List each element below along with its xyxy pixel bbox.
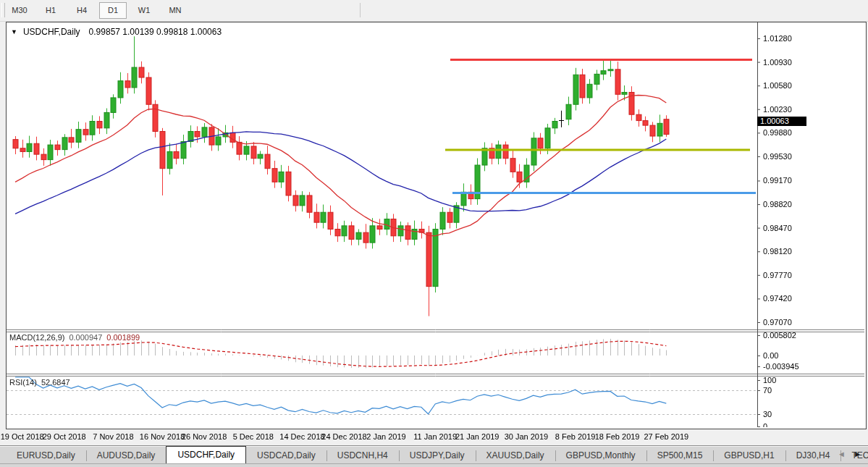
rsi-value: 52.6847 (41, 378, 70, 387)
timeframe-button-mn[interactable]: MN (161, 2, 189, 19)
date-label: 16 Nov 2018 (140, 432, 185, 441)
toolbar-separator (360, 3, 361, 17)
symbol-tab-bar: EURUSD,DailyAUDUSD,DailyUSDCHF,DailyUSDC… (0, 445, 868, 467)
date-label: 24 Dec 2018 (321, 432, 366, 441)
date-axis: 19 Oct 201829 Oct 20187 Nov 201816 Nov 2… (6, 430, 867, 445)
chart-quote-ohlc: 0.99857 1.00139 0.99818 1.00063 (89, 27, 222, 37)
date-label: 14 Dec 2018 (279, 432, 324, 441)
rsi-indicator-label: RSI(14)52.6847 (9, 378, 70, 387)
price-chart-canvas[interactable] (7, 22, 864, 427)
tab-eurusd-daily[interactable]: EURUSD,Daily (6, 448, 86, 463)
date-label: 11 Jan 2019 (413, 432, 457, 441)
tab-bar-divider (0, 463, 868, 464)
date-label: 5 Dec 2018 (233, 432, 274, 441)
date-label: 26 Nov 2018 (182, 432, 227, 441)
tab-xauusd-daily[interactable]: XAUUSD,Daily (476, 448, 555, 463)
toolbar-grip-icon[interactable] (1, 3, 5, 17)
date-label: 30 Jan 2019 (505, 432, 549, 441)
date-label: 27 Feb 2019 (644, 432, 688, 441)
date-label: 8 Feb 2019 (555, 432, 596, 441)
date-label: 2 Jan 2019 (366, 432, 405, 441)
chart-title: ▼USDCHF,Daily0.99857 1.00139 0.99818 1.0… (11, 27, 222, 37)
timeframe-buttons: M30H1H4D1W1MN (6, 2, 189, 19)
date-label: 19 Oct 2018 (1, 432, 44, 441)
macd-name: MACD(12,26,9) (9, 333, 64, 342)
timeframe-button-m30[interactable]: M30 (6, 2, 33, 19)
date-label: 29 Oct 2018 (43, 432, 86, 441)
date-label: 21 Jan 2019 (455, 432, 500, 441)
date-label: 18 Feb 2019 (595, 432, 640, 441)
tab-usdjpy-daily[interactable]: USDJPY,Daily (399, 448, 476, 463)
timeframe-toolbar: M30H1H4D1W1MN (0, 0, 868, 22)
timeframe-button-d1[interactable]: D1 (99, 2, 127, 19)
timeframe-button-h1[interactable]: H1 (37, 2, 64, 19)
tab-usdcnh-h4[interactable]: USDCNH,H4 (326, 448, 399, 463)
tab-gbpusd-h1[interactable]: GBPUSD,H1 (713, 448, 785, 463)
macd-value-main: 0.000947 (69, 333, 102, 342)
tab-audusd-daily[interactable]: AUDUSD,Daily (86, 448, 167, 463)
date-label: 7 Nov 2018 (93, 432, 133, 441)
symbol-tabs: EURUSD,DailyAUDUSD,DailyUSDCHF,DailyUSDC… (6, 446, 868, 463)
timeframe-button-h4[interactable]: H4 (68, 2, 96, 19)
macd-indicator-label: MACD(12,26,9)0.0009470.001899 (9, 333, 140, 342)
current-price-tag: 1.00063 (757, 117, 806, 126)
macd-value-signal: 0.001899 (106, 333, 140, 342)
chevron-down-icon[interactable]: ▼ (11, 28, 17, 35)
tabs-scroll-right-icon[interactable]: ► (854, 450, 861, 458)
tab-gbpusd-monthly[interactable]: GBPUSD,Monthly (555, 448, 646, 463)
tab-dj30-h4[interactable]: DJ30,H4 (785, 448, 841, 463)
timeframe-button-w1[interactable]: W1 (130, 2, 158, 19)
chart-symbol-label: USDCHF,Daily (23, 27, 80, 37)
tab-usdchf-daily[interactable]: USDCHF,Daily (166, 446, 246, 463)
chart-window: ▼USDCHF,Daily0.99857 1.00139 0.99818 1.0… (6, 22, 867, 429)
tabs-scroll-left-icon[interactable]: ◄ (838, 450, 846, 458)
rsi-name: RSI(14) (9, 378, 37, 387)
tab-sp500-m15[interactable]: SP500,M15 (646, 448, 714, 463)
tab-usdcad-daily[interactable]: USDCAD,Daily (246, 448, 326, 463)
